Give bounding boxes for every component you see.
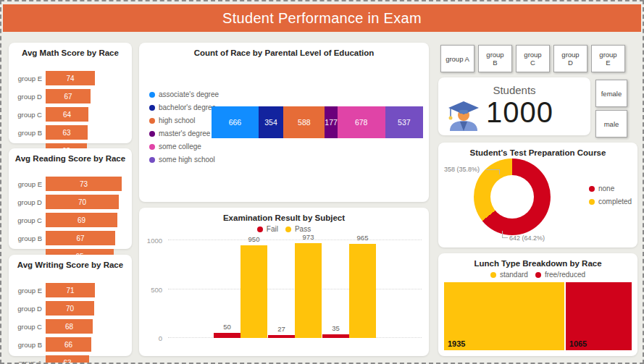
bar-segment[interactable]: 177 xyxy=(325,106,337,138)
bar-segment[interactable]: 666 xyxy=(212,106,259,138)
legend-item[interactable]: standard xyxy=(490,271,528,279)
bar-row: group E73 xyxy=(9,176,132,192)
legend-item[interactable]: free/reduced xyxy=(535,271,585,279)
avg-math-score-chart: Avg Math Score by Race group E74group D6… xyxy=(9,43,132,143)
category-label: group E xyxy=(9,287,46,295)
legend-label: free/reduced xyxy=(545,271,585,279)
legend-item[interactable]: associate's degree xyxy=(149,90,219,98)
column-group: 35965 xyxy=(322,240,376,338)
column-bar[interactable] xyxy=(214,333,241,338)
gender-slicer-button[interactable]: male xyxy=(595,110,627,137)
legend-item[interactable]: master's degree xyxy=(149,130,219,137)
bar-segment[interactable]: 354 xyxy=(259,106,283,138)
chart-title: Avg Math Score by Race xyxy=(9,43,132,57)
category-label: group B xyxy=(9,234,46,242)
leader-line xyxy=(499,169,500,174)
legend: FailPass xyxy=(139,225,429,238)
race-slicer-button[interactable]: group D xyxy=(553,45,587,72)
value-bar[interactable]: 70 xyxy=(46,301,94,316)
chart-title: Avg Writing Score by Race xyxy=(9,255,132,269)
legend-item[interactable]: Fail xyxy=(257,225,278,233)
legend-item[interactable]: completed xyxy=(589,198,632,206)
bar-value-label: 70 xyxy=(66,305,74,313)
category-label: group C xyxy=(9,111,46,119)
column-group: 27973 xyxy=(268,240,322,338)
slice-callout: 642 (64.2%) xyxy=(509,234,545,242)
race-slicer-button[interactable]: group C xyxy=(516,45,550,72)
value-bar[interactable]: 67 xyxy=(46,231,115,245)
students-count: 1000 xyxy=(486,96,553,129)
legend-label: bachelor's degree xyxy=(159,103,216,111)
donut-hole xyxy=(490,175,534,219)
legend-item[interactable]: Pass xyxy=(285,225,311,233)
bar-value-label: 67 xyxy=(64,93,72,101)
value-bar[interactable]: 69 xyxy=(46,213,117,227)
column-bar[interactable] xyxy=(241,245,267,338)
category-label: group D xyxy=(9,93,46,101)
value-bar[interactable]: 74 xyxy=(46,71,95,85)
race-slicer-button[interactable]: group E xyxy=(591,45,625,72)
column-bar[interactable] xyxy=(349,244,376,338)
bar-row: group A63 xyxy=(9,355,132,364)
value-bar[interactable]: 71 xyxy=(46,283,95,297)
report-canvas: Student Performance in Exam Avg Math Sco… xyxy=(0,0,644,364)
bar-value-label: 70 xyxy=(78,198,86,206)
legend-item[interactable]: some college xyxy=(149,143,219,151)
value-bar[interactable]: 63 xyxy=(46,125,88,140)
segment-value-label: 537 xyxy=(398,118,411,127)
category-label: group B xyxy=(9,129,46,137)
category-label: group E xyxy=(9,180,46,188)
avg-reading-score-chart: Avg Reading Score by Race group E73group… xyxy=(9,148,132,249)
legend-label: standard xyxy=(500,271,528,279)
value-bar[interactable]: 63 xyxy=(46,355,89,364)
chart-title: Examination Result by Subject xyxy=(139,208,429,222)
bar-segment[interactable]: 537 xyxy=(385,106,423,138)
legend-dot-icon xyxy=(285,227,291,232)
column-bar[interactable] xyxy=(322,334,349,338)
bar-segment[interactable]: 588 xyxy=(283,106,325,138)
value-bar[interactable]: 68 xyxy=(46,319,93,334)
race-slicer-button[interactable]: group A xyxy=(440,45,474,72)
legend-item[interactable]: none xyxy=(589,185,632,192)
value-bar[interactable]: 66 xyxy=(46,337,91,352)
legend-item[interactable]: bachelor's degree xyxy=(149,103,219,111)
column-bar[interactable] xyxy=(268,335,295,338)
legend-label: associate's degree xyxy=(159,90,219,98)
column-value-label: 965 xyxy=(349,234,376,242)
treemap-block[interactable]: 1065 xyxy=(566,282,632,350)
parental-education-chart: Count of Race by Parental Level of Educa… xyxy=(139,43,429,202)
card-label: Students xyxy=(438,77,590,96)
gender-slicer-button[interactable]: female xyxy=(595,80,627,107)
bar-row: group E74 xyxy=(9,70,132,86)
category-label: group D xyxy=(9,305,46,313)
column-bar[interactable] xyxy=(295,243,322,338)
value-bar[interactable]: 70 xyxy=(46,195,119,209)
bar-value-label: 63 xyxy=(63,359,71,364)
stacked-bar: 666354588177678537 xyxy=(212,106,423,138)
legend-label: none xyxy=(598,185,614,192)
legend-item[interactable]: high school xyxy=(149,117,219,124)
report-header: Student Performance in Exam xyxy=(3,4,641,32)
column-value-label: 973 xyxy=(295,233,322,241)
bar-rows: group E73group D70group C69group B67grou… xyxy=(9,176,132,266)
value-bar[interactable]: 73 xyxy=(46,177,122,191)
slice-callout: 358 (35.8%) xyxy=(444,166,480,173)
bar-row: group C64 xyxy=(9,106,132,122)
bar-row: group D70 xyxy=(9,300,132,316)
chart-title: Count of Race by Parental Level of Educa… xyxy=(139,43,429,57)
bar-value-label: 69 xyxy=(78,216,85,224)
bar-value-label: 63 xyxy=(62,129,70,137)
bar-row: group D70 xyxy=(9,194,132,210)
bar-row: group C68 xyxy=(9,318,132,334)
category-label: group D xyxy=(9,198,46,206)
bar-segment[interactable]: 678 xyxy=(338,106,385,138)
value-bar[interactable]: 67 xyxy=(46,89,91,103)
column-value-label: 27 xyxy=(268,325,295,333)
value-bar[interactable]: 64 xyxy=(46,107,88,122)
treemap-block[interactable]: 1935 xyxy=(444,282,564,350)
race-slicer-button[interactable]: group B xyxy=(478,45,512,72)
legend-item[interactable]: some high school xyxy=(149,156,219,164)
bar-row: group B67 xyxy=(9,230,132,246)
bar-row: group C69 xyxy=(9,212,132,228)
legend-label: some high school xyxy=(159,156,215,164)
